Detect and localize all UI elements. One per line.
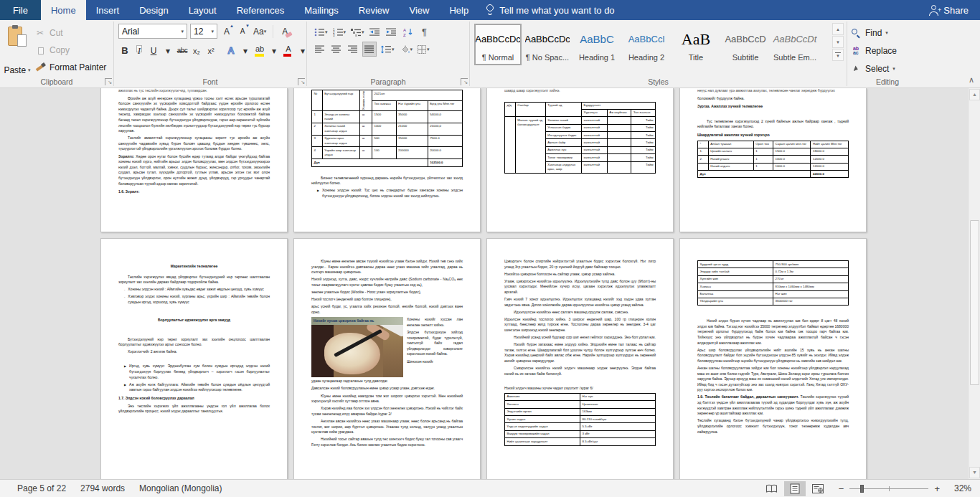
doc-bullet-item: ▶Иргэд, хувь хүмүүс: Эрдэнэбулган сум бо… (124, 364, 270, 380)
numbering-button[interactable]: 123▾ (331, 24, 348, 39)
align-right-button[interactable] (346, 42, 360, 57)
document-page[interactable]: Маркетингийн төлөвлөгөөТөслийн хэрэгжүүл… (100, 238, 288, 479)
doc-table-cell: хангалттай (582, 146, 608, 153)
document-page[interactable]: Юуны өмнө өнгөлөн авсан түүхий нэхийгээ … (293, 238, 481, 479)
superscript-button[interactable]: x² (204, 43, 217, 58)
find-button[interactable]: Find▾ (849, 25, 926, 41)
tab-mailings[interactable]: Mailings (294, 0, 349, 20)
style-no-spacing[interactable]: AaBbCcDc¶ No Spac... (524, 24, 571, 65)
zoom-slider[interactable] (849, 483, 928, 493)
copy-button[interactable]: Copy (33, 42, 108, 57)
vertical-scrollbar[interactable]: ▲ ▼ (968, 88, 980, 479)
doc-table-cell: Сарын цалин мян.төг (773, 141, 811, 148)
style-title[interactable]: AaBTitle (672, 24, 720, 65)
change-case-button[interactable]: Aa▾ (252, 24, 268, 39)
shrink-font-button[interactable]: A▼ (236, 24, 249, 39)
language-status[interactable]: Mongolian (Mongolia) (132, 483, 229, 493)
italic-button[interactable]: I (133, 43, 146, 58)
tell-me-box[interactable]: Tell me what you want to do (479, 0, 621, 20)
scroll-up-button[interactable]: ▲ (969, 89, 980, 100)
text-effects-arrow[interactable]: ▾ (239, 43, 252, 58)
document-page[interactable]: шаард шаар хэрэгжүүлэлт хийнэ.д/дСалбарТ… (486, 88, 674, 232)
document-page[interactable]: ажиллах нь тус төслийн хэрэгжүүлэгчид, т… (100, 88, 288, 232)
show-hide-marks-button[interactable]: ¶ (418, 24, 432, 39)
tab-design[interactable]: Design (129, 0, 178, 20)
text-highlight-button[interactable]: ab (253, 43, 266, 58)
shading-button[interactable]: ▾ (398, 42, 415, 57)
styles-scroll-up[interactable]: ▲ (832, 23, 844, 35)
underline-button[interactable]: U (147, 43, 160, 58)
font-color-button[interactable]: A (282, 43, 295, 58)
underline-options-arrow[interactable]: ▾ (161, 43, 174, 58)
sort-button[interactable]: AZ (401, 24, 415, 39)
multilevel-list-button[interactable]: ▾ (349, 24, 366, 39)
document-page[interactable]: нөүүс нал дувлаат үрэ амжилтаа ахиулах, … (679, 88, 867, 232)
document-page[interactable]: Хурдний эргэх хурд750-900 эрг/минЭлдүүр … (679, 238, 867, 479)
align-left-button[interactable] (313, 42, 327, 57)
tab-insert[interactable]: Insert (86, 0, 130, 20)
tab-layout[interactable]: Layout (179, 0, 227, 20)
style-normal[interactable]: AaBbCcDc¶ Normal (474, 24, 522, 65)
doc-spacer (118, 356, 270, 364)
bold-button[interactable]: B (118, 43, 131, 58)
document-page[interactable]: Цэвэрлэгч болон спиртийн нэйрэглэгтэй уг… (486, 238, 674, 479)
font-dialog-launcher[interactable]: ↘ (298, 78, 305, 85)
read-mode-button[interactable] (761, 481, 783, 496)
styles-scroll-down[interactable]: ▼ (832, 36, 844, 48)
font-size-select[interactable]: 12▾ (190, 24, 217, 39)
text-effects-button[interactable]: A (225, 43, 237, 58)
tab-view[interactable]: View (399, 0, 439, 20)
decrease-indent-button[interactable] (368, 24, 382, 39)
web-layout-button[interactable] (807, 481, 829, 496)
tab-help[interactable]: Help (439, 0, 479, 20)
highlight-arrow[interactable]: ▾ (268, 43, 281, 58)
scrollbar-thumb[interactable] (970, 220, 979, 385)
doc-table-cell: д/д (505, 102, 516, 117)
style-heading1[interactable]: AaBbCHeading 1 (573, 24, 621, 65)
font-family-select[interactable]: Arial▾ (118, 24, 187, 39)
doc-table-cell (607, 146, 631, 153)
doc-table-cell: 102500.0 (428, 159, 462, 166)
tab-references[interactable]: References (227, 0, 294, 20)
doc-table-row: Малын түүхий эд боловсруулалтХонины нэхи… (505, 117, 656, 124)
select-button[interactable]: Select▾ (849, 61, 926, 77)
tab-home[interactable]: Home (41, 0, 86, 20)
style-subtitle[interactable]: AaBbCcDSubtitle (722, 24, 769, 65)
clipboard-dialog-launcher[interactable]: ↘ (105, 78, 112, 85)
line-spacing-button[interactable]: ▾ (379, 42, 396, 57)
grow-font-button[interactable]: A▲ (220, 24, 233, 39)
borders-button[interactable]: ▾ (416, 42, 431, 57)
strikethrough-button[interactable]: abc (176, 43, 189, 58)
cut-button[interactable]: ✂Cut (33, 25, 108, 40)
bullets-button[interactable]: ▾ (313, 24, 329, 39)
style-subtle-emphasis[interactable]: AaBbCcDtSubtle Em... (771, 24, 819, 65)
word-count-status[interactable]: 2794 words (73, 483, 132, 493)
share-button[interactable]: + Share (918, 0, 980, 20)
styles-more-button[interactable]: ▼ (832, 49, 844, 61)
document-page[interactable]: №Бүтээгдэхүүний нэрХэмжих нэгж2021онТоо … (293, 88, 481, 232)
collapse-ribbon-button[interactable]: ∧ (969, 75, 974, 85)
zoom-slider-handle[interactable] (860, 485, 864, 493)
paste-button[interactable]: Paste▾ (1, 22, 33, 77)
zoom-in-button[interactable]: + (934, 483, 940, 494)
tab-review[interactable]: Review (349, 0, 400, 20)
scroll-down-button[interactable]: ▼ (969, 467, 980, 478)
format-painter-button[interactable]: Format Painter (33, 60, 108, 75)
zoom-percentage[interactable]: 32% (947, 483, 971, 493)
doc-image[interactable]: Нэхийг хусаж цэвэрлэж байгаа нь (311, 317, 403, 377)
doc-spacer (504, 379, 656, 386)
paragraph-dialog-launcher[interactable]: ↘ (461, 78, 468, 85)
clear-formatting-button[interactable]: A (278, 24, 291, 39)
justify-button[interactable] (362, 42, 377, 57)
replace-button[interactable]: abacReplace (849, 43, 926, 59)
doc-table-cell: 2. (698, 156, 709, 163)
style-heading2[interactable]: AaBbCclHeading 2 (623, 24, 670, 65)
zoom-out-button[interactable]: − (839, 483, 844, 494)
increase-indent-button[interactable] (385, 24, 399, 39)
subscript-button[interactable]: x₂ (190, 43, 203, 58)
align-center-button[interactable] (329, 42, 344, 57)
sort-az-icon: AZ (403, 27, 413, 37)
page-number-status[interactable]: Page 5 of 22 (0, 483, 73, 493)
tab-file[interactable]: File (0, 0, 41, 20)
print-layout-button[interactable] (784, 481, 806, 496)
